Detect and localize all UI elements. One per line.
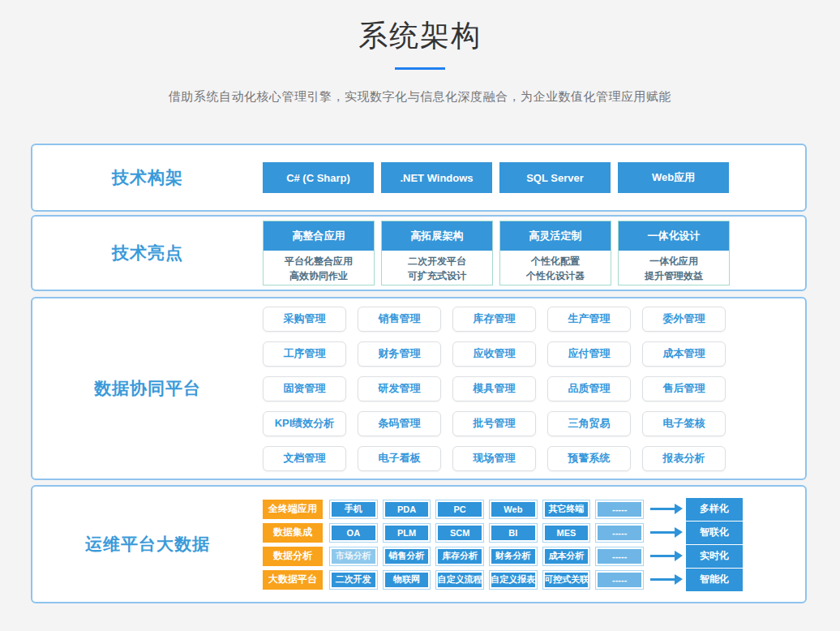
module-button[interactable]: 报表分析	[642, 446, 726, 471]
ops-item[interactable]: BI	[489, 523, 538, 543]
section-label-wrap: 运维平台大数据	[32, 487, 263, 602]
ops-items: OA PLM SCM BI MES -----	[329, 523, 644, 543]
ops-result: 实时化	[686, 545, 743, 568]
module-button[interactable]: KPI绩效分析	[263, 411, 346, 436]
module-button[interactable]: 三角贸易	[547, 411, 631, 436]
ops-item[interactable]: 销售分析	[383, 547, 431, 566]
highlight-line: 高效协同作业	[264, 268, 374, 283]
right-arrow-icon	[650, 508, 675, 510]
section-tech-highlights-label: 技术亮点	[112, 242, 183, 264]
highlight-line: 二次开发平台	[382, 254, 492, 268]
highlight-line: 平台化整合应用	[264, 254, 374, 268]
ops-item[interactable]: SCM	[435, 523, 484, 543]
highlight-line: 一体化应用	[619, 254, 729, 268]
section-tech-framework-label: 技术构架	[112, 166, 183, 189]
module-button[interactable]: 电子签核	[642, 411, 726, 436]
module-grid-row: 固资管理 研发管理 模具管理 品质管理 售后管理	[263, 376, 805, 401]
ops-item[interactable]: PC	[435, 500, 484, 519]
ops-item[interactable]: Web	[489, 500, 538, 519]
right-arrow-icon	[650, 531, 675, 534]
module-button[interactable]: 固资管理	[263, 376, 346, 401]
highlight-line: 个性化设计器	[500, 268, 611, 283]
ops-tag: 数据集成	[263, 523, 323, 543]
ops-result: 多样化	[686, 498, 743, 521]
ops-tag: 数据分析	[263, 547, 323, 566]
section-label-wrap: 数据协同平台	[32, 298, 263, 479]
tech-button-dotnet[interactable]: .NET Windows	[381, 162, 492, 193]
ops-item-more[interactable]: -----	[595, 523, 644, 543]
section-tech-framework: 技术构架 C# (C Sharp) .NET Windows SQL Serve…	[31, 144, 807, 212]
section-data-platform-label: 数据协同平台	[94, 377, 201, 400]
module-button[interactable]: 模具管理	[452, 376, 536, 401]
ops-item[interactable]: 自定义流程	[435, 570, 484, 590]
highlight-card-title: 高整合应用	[264, 221, 374, 251]
module-button[interactable]: 销售管理	[358, 307, 441, 332]
page: 系统架构 借助系统自动化核心管理引擎，实现数字化与信息化深度融合，为企业数值化管…	[0, 0, 840, 631]
highlight-line: 个性化配置	[500, 254, 611, 268]
module-button[interactable]: 财务管理	[358, 341, 441, 367]
highlight-card: 高拓展架构 二次开发平台 可扩充式设计	[381, 221, 493, 285]
module-grid-row: 采购管理 销售管理 库存管理 生产管理 委外管理	[263, 307, 805, 332]
module-button[interactable]: 批号管理	[452, 411, 536, 436]
ops-item[interactable]: MES	[542, 523, 591, 543]
highlight-card: 一体化设计 一体化应用 提升管理效益	[618, 221, 730, 285]
ops-item[interactable]: 市场分析	[329, 547, 378, 566]
module-grid-row: 文档管理 电子看板 现场管理 预警系统 报表分析	[263, 446, 805, 471]
module-button[interactable]: 条码管理	[358, 411, 441, 436]
section-ops-platform-label: 运维平台大数据	[85, 533, 210, 556]
ops-item[interactable]: 物联网	[383, 570, 431, 590]
ops-item-more[interactable]: -----	[595, 500, 644, 519]
highlight-card: 高整合应用 平台化整合应用 高效协同作业	[263, 221, 375, 285]
module-button[interactable]: 采购管理	[263, 307, 346, 332]
ops-item[interactable]: 库存分析	[435, 547, 484, 566]
ops-row-integration: 数据集成 OA PLM SCM BI MES ----- 智联化	[263, 523, 805, 543]
ops-result: 智能化	[686, 569, 743, 591]
ops-rows: 全终端应用 手机 PDA PC Web 其它终端 ----- 多样化 数据集成 …	[263, 487, 805, 602]
ops-item[interactable]: 手机	[329, 500, 378, 519]
ops-item[interactable]: 其它终端	[542, 500, 591, 519]
ops-items: 手机 PDA PC Web 其它终端 -----	[329, 500, 644, 519]
ops-item[interactable]: 可控式关联	[542, 570, 591, 590]
highlight-card-title: 一体化设计	[619, 221, 729, 251]
module-button[interactable]: 现场管理	[452, 446, 536, 471]
ops-item[interactable]: OA	[329, 523, 378, 543]
tech-button-sqlserver[interactable]: SQL Server	[499, 162, 611, 193]
section-label-wrap: 技术构架	[32, 145, 263, 210]
tech-button-csharp[interactable]: C# (C Sharp)	[263, 162, 374, 193]
module-button[interactable]: 预警系统	[547, 446, 631, 471]
highlight-card-body: 一体化应用 提升管理效益	[619, 251, 729, 283]
ops-item[interactable]: 自定义报表	[489, 570, 538, 590]
ops-item[interactable]: 财务分析	[489, 547, 538, 566]
ops-row-bigdata: 大数据平台 二次开发 物联网 自定义流程 自定义报表 可控式关联 ----- 智…	[263, 570, 805, 590]
module-button[interactable]: 品质管理	[547, 376, 631, 401]
module-button[interactable]: 研发管理	[358, 376, 441, 401]
module-button[interactable]: 成本管理	[642, 341, 726, 367]
ops-row-analysis: 数据分析 市场分析 销售分析 库存分析 财务分析 成本分析 ----- 实时化	[263, 547, 805, 566]
title-underline	[395, 67, 445, 70]
ops-item[interactable]: PDA	[383, 500, 431, 519]
ops-item-more[interactable]: -----	[595, 570, 644, 590]
module-button[interactable]: 库存管理	[452, 307, 536, 332]
ops-item[interactable]: 二次开发	[329, 570, 378, 590]
module-button[interactable]: 应收管理	[452, 341, 536, 367]
highlight-line: 提升管理效益	[619, 268, 729, 283]
module-button[interactable]: 工序管理	[263, 341, 346, 367]
section-data-platform: 数据协同平台 采购管理 销售管理 库存管理 生产管理 委外管理 工序管理 财务管…	[31, 297, 807, 480]
ops-result: 智联化	[686, 522, 743, 544]
module-grid-row: KPI绩效分析 条码管理 批号管理 三角贸易 电子签核	[263, 411, 805, 436]
module-button[interactable]: 应付管理	[547, 341, 631, 367]
module-button[interactable]: 电子看板	[358, 446, 441, 471]
tech-button-webapp[interactable]: Web应用	[618, 162, 729, 193]
right-arrow-icon	[650, 578, 675, 581]
module-grid: 采购管理 销售管理 库存管理 生产管理 委外管理 工序管理 财务管理 应收管理 …	[263, 298, 805, 479]
module-button[interactable]: 售后管理	[642, 376, 726, 401]
module-button[interactable]: 委外管理	[642, 307, 726, 332]
module-button[interactable]: 文档管理	[263, 446, 346, 471]
highlight-card-body: 二次开发平台 可扩充式设计	[382, 251, 492, 283]
module-button[interactable]: 生产管理	[547, 307, 631, 332]
ops-item[interactable]: PLM	[383, 523, 431, 543]
ops-item[interactable]: 成本分析	[542, 547, 591, 566]
section-tech-highlights: 技术亮点 高整合应用 平台化整合应用 高效协同作业 高拓展架构 二次开发平台 可…	[31, 215, 807, 291]
module-grid-row: 工序管理 财务管理 应收管理 应付管理 成本管理	[263, 341, 805, 367]
ops-item-more[interactable]: -----	[595, 547, 644, 566]
